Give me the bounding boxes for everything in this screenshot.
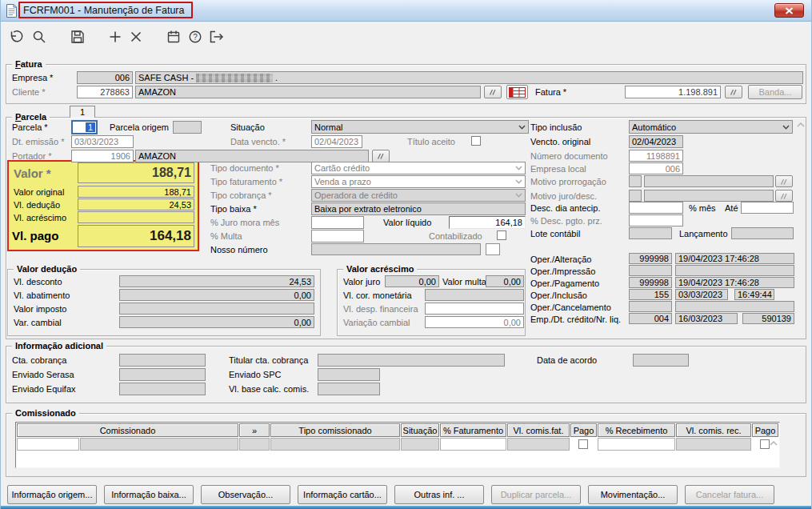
fatura-numero-field[interactable]: 1.198.891 (625, 86, 721, 98)
scroll-up-icon[interactable] (797, 122, 805, 127)
movimentacao-button[interactable]: Movimentação... (588, 485, 678, 504)
ate-label: Até (725, 203, 738, 213)
row-cell-comissionado[interactable] (80, 438, 238, 451)
portador-lookup-button[interactable] (372, 150, 390, 162)
save-icon[interactable] (68, 27, 87, 46)
emp-dt-credito-numero-field: 590139 (742, 313, 794, 324)
parcela-number-field[interactable]: 1 (71, 120, 98, 134)
vl-pago-label: Vl. pago (12, 229, 58, 242)
browse-grid-icon-button[interactable] (506, 85, 528, 99)
close-button[interactable] (774, 3, 804, 18)
oper-impressao-code-field (629, 265, 672, 276)
motivo-prorrogacao-lookup-button[interactable] (775, 175, 793, 187)
multa-label: % Multa (210, 231, 242, 241)
juro-mora-field[interactable] (311, 216, 364, 229)
numero-documento-field[interactable]: 1198891 (629, 150, 683, 162)
duplicar-parcela-button: Duplicar parcela... (491, 485, 581, 504)
valor-liquido-field: 164,18 (449, 216, 526, 229)
oper-cancelamento-code-field (629, 301, 672, 312)
row-cell-situacao[interactable] (401, 438, 439, 451)
cta-cobranca-field (119, 354, 206, 367)
row-cell-pct-faturamento[interactable] (440, 438, 506, 451)
grid-scroll-up-icon[interactable] (770, 441, 778, 446)
enviado-serasa-label: Enviado Serasa (12, 370, 74, 379)
enviado-serasa-field (119, 368, 206, 381)
enviado-equifax-field (119, 383, 206, 395)
data-vencto-label: Data vencto. * (230, 137, 286, 146)
pago-faturamento-checkbox[interactable] (578, 439, 588, 449)
portador-name-field: AMAZON (135, 150, 369, 162)
row-cell-vl-comis-fat[interactable] (507, 438, 570, 451)
valor-original-label: Valor original (14, 187, 64, 197)
cta-cobranca-label: Cta. cobrança (12, 355, 66, 365)
portador-code-field[interactable]: 1906 (71, 150, 134, 162)
window-title: FCRFM001 - Manutenção de Fatura (23, 5, 184, 16)
row-cell-pct-recebimento[interactable] (598, 438, 675, 451)
row-cell-codigo[interactable] (17, 438, 79, 451)
help-icon[interactable]: ? (186, 27, 205, 46)
tipo-inclusao-dropdown[interactable]: Automático (629, 120, 793, 134)
motivo-juro-desc-lookup-button[interactable] (775, 190, 793, 202)
desc-dia-antecip-field[interactable] (629, 202, 683, 214)
fatura-lookup-button[interactable] (725, 86, 742, 98)
row-cell-vl-comis-rec[interactable] (676, 438, 751, 451)
titulo-aceito-checkbox[interactable] (471, 136, 481, 146)
vl-desp-financeira-field[interactable] (425, 303, 524, 315)
empresa-local-field[interactable]: 006 (629, 162, 683, 174)
comissionado-group-title: Comissionado (12, 408, 79, 418)
empresa-name-field: SAFE CASH -. (135, 71, 803, 84)
valor-juro-field: 0,00 (385, 275, 439, 287)
informacao-origem-button[interactable]: Informação origem... (7, 485, 97, 504)
variacao-cambial-label: Variação cambial (343, 318, 410, 327)
oper-cancelamento-label: Oper./Cancelamento (530, 303, 611, 312)
valor-deducao-group-title: Valor dedução (14, 264, 80, 274)
dt-emissao-field[interactable]: 03/03/2023 (71, 135, 134, 148)
situacao-dropdown[interactable]: Normal (311, 120, 529, 134)
exit-icon[interactable] (207, 27, 226, 46)
row-cell-expand[interactable] (239, 438, 270, 451)
informacao-cartao-button[interactable]: Informação cartão... (298, 485, 387, 504)
cliente-code-field[interactable]: 278863 (77, 86, 133, 98)
situacao-label: Situação (230, 122, 265, 132)
portador-label: Portador * (12, 151, 52, 161)
col-header-vl-comis-fat: Vl. comis.fat. (507, 423, 570, 437)
delete-icon[interactable] (126, 27, 146, 46)
dt-emissao-label: Dt. emissão * (12, 137, 64, 146)
vl-desconto-label: Vl. desconto (14, 277, 62, 287)
col-header-pago-rec: Pago (752, 423, 778, 437)
valor-label: Valor * (14, 166, 51, 180)
window-border-bottom (1, 506, 812, 509)
contabilizado-checkbox[interactable] (497, 230, 506, 240)
schedule-icon[interactable] (164, 27, 183, 46)
variacao-cambial-field[interactable]: 0,00 (425, 316, 524, 328)
redacted-text (196, 74, 273, 82)
lote-contabil-label: Lote contábil (530, 229, 580, 238)
lancamento-field (731, 227, 794, 239)
titular-cta-field (318, 354, 505, 367)
chevron-down-icon (782, 125, 790, 130)
oper-impressao-datetime-field (675, 265, 794, 276)
cliente-lookup-button[interactable] (484, 86, 502, 98)
add-icon[interactable] (106, 27, 125, 46)
observacao-button[interactable]: Observação... (201, 485, 290, 504)
emp-dt-credito-code-field: 004 (629, 313, 672, 324)
row-cell-tipo-comissionado[interactable] (270, 438, 400, 451)
nosso-numero-aux-field[interactable] (486, 243, 500, 255)
pago-recebimento-checkbox[interactable] (760, 439, 770, 449)
vl-base-calc-field (318, 383, 380, 395)
desc-ate-field[interactable] (741, 202, 794, 214)
parcela-tab[interactable]: 1 (70, 106, 95, 118)
col-header-comissionado: Comissionado (17, 423, 238, 437)
search-icon[interactable] (30, 27, 49, 46)
title-bar[interactable]: FCRFM001 - Manutenção de Fatura (1, 0, 812, 22)
oper-inclusao-date-field: 03/03/2023 (675, 289, 728, 300)
undo-icon[interactable] (7, 27, 26, 46)
informacao-baixa-button[interactable]: Informação baixa... (104, 485, 194, 504)
valor-original-field: 188,71 (78, 186, 194, 198)
col-header-pct-faturamento: % Faturamento (440, 423, 506, 437)
outras-inf-button[interactable]: Outras inf. ... (394, 485, 484, 504)
contabilizado-label: Contabilizado (429, 231, 482, 241)
data-vencto-field[interactable]: 02/04/2023 (311, 135, 362, 148)
desc-pgto-prz-field[interactable] (629, 214, 683, 226)
multa-field[interactable] (311, 230, 364, 242)
